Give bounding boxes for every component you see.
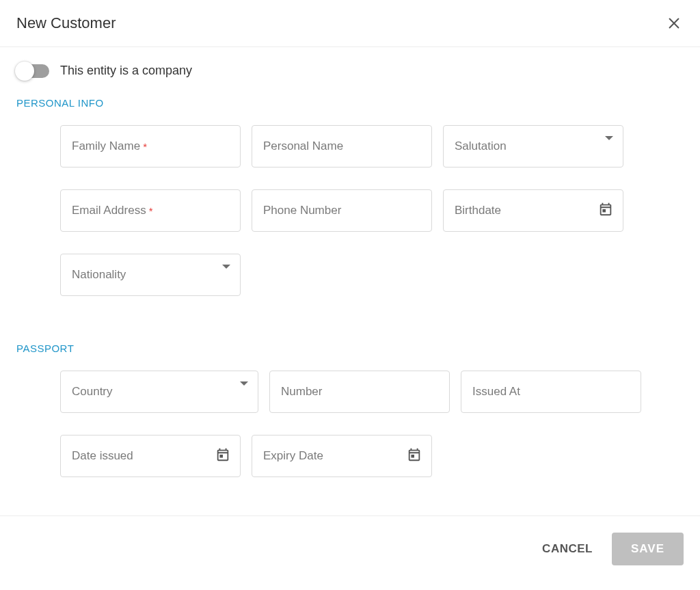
close-icon [667, 16, 682, 31]
form-row: Country Number Issued At [60, 371, 684, 413]
required-marker: * [143, 141, 147, 152]
field-label: Email Address [72, 204, 146, 217]
field-label: Personal Name [263, 139, 343, 153]
nationality-select[interactable]: Nationality [60, 254, 241, 296]
form-row: Family Name * Personal Name Salutation [60, 125, 684, 167]
cancel-button[interactable]: CANCEL [539, 537, 595, 561]
expiry-date-field[interactable]: Expiry Date [252, 435, 432, 477]
modal-footer: CANCEL SAVE [0, 515, 700, 582]
modal-content: This entity is a company PERSONAL INFO F… [0, 47, 700, 515]
calendar-icon [598, 202, 613, 219]
section-passport: PASSPORT [16, 343, 684, 354]
phone-field[interactable]: Phone Number [252, 189, 432, 232]
salutation-select[interactable]: Salutation [443, 125, 623, 167]
passport-number-field[interactable]: Number [269, 371, 450, 413]
field-label: Family Name [72, 139, 140, 153]
date-issued-field[interactable]: Date issued [60, 435, 241, 477]
passport-country-select[interactable]: Country [60, 371, 258, 413]
family-name-field[interactable]: Family Name * [60, 125, 241, 167]
save-button[interactable]: SAVE [612, 533, 684, 565]
personal-info-form: Family Name * Personal Name Salutation E… [60, 125, 684, 296]
form-row: Date issued Expiry Date [60, 435, 684, 477]
field-label: Date issued [72, 449, 133, 463]
field-label: Salutation [455, 139, 507, 153]
field-label: Country [72, 385, 113, 399]
calendar-icon [407, 447, 422, 465]
close-button[interactable] [664, 14, 684, 33]
field-label: Phone Number [263, 204, 341, 217]
birthdate-field[interactable]: Birthdate [443, 189, 623, 232]
company-toggle[interactable] [16, 64, 49, 78]
modal-title: New Customer [16, 14, 116, 32]
passport-form: Country Number Issued At Date issued Exp… [60, 371, 684, 477]
chevron-down-icon [222, 269, 230, 281]
field-label: Nationality [72, 268, 126, 282]
email-field[interactable]: Email Address * [60, 189, 241, 232]
form-row: Nationality [60, 254, 684, 296]
personal-name-field[interactable]: Personal Name [252, 125, 432, 167]
modal-header: New Customer [0, 0, 700, 47]
field-label: Birthdate [455, 204, 501, 217]
issued-at-field[interactable]: Issued At [461, 371, 641, 413]
company-toggle-label: This entity is a company [60, 64, 192, 78]
toggle-knob [15, 62, 34, 81]
section-personal-info: PERSONAL INFO [16, 97, 684, 109]
required-marker: * [149, 205, 153, 217]
field-label: Issued At [472, 385, 520, 399]
field-label: Number [281, 385, 322, 399]
form-row: Email Address * Phone Number Birthdate [60, 189, 684, 232]
field-label: Expiry Date [263, 449, 323, 463]
chevron-down-icon [605, 140, 613, 152]
calendar-icon [215, 447, 230, 465]
company-toggle-row: This entity is a company [16, 64, 684, 78]
chevron-down-icon [240, 386, 248, 398]
